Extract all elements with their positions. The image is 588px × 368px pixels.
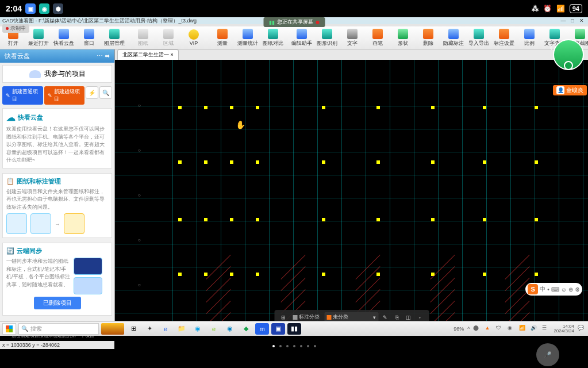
panel-header: 快看云盘 ⋯ ⬌ bbox=[0, 49, 114, 63]
bg-app-icon[interactable]: ◉ bbox=[39, 3, 49, 14]
share-screen-notice[interactable]: ▮▮ 您正在共享屏幕 bbox=[263, 17, 325, 27]
android-nav-bar bbox=[0, 351, 588, 368]
browser-icon[interactable]: ◉ bbox=[223, 323, 237, 335]
tool-region[interactable]: 区域 bbox=[157, 28, 179, 48]
ie-icon[interactable]: e bbox=[159, 323, 172, 335]
bg-app-icon[interactable]: ⬢ bbox=[53, 3, 63, 14]
coordinates-readout: x = 1030336 y = -284062 bbox=[0, 341, 114, 349]
search-button[interactable]: 🔍 bbox=[99, 86, 112, 99]
new-super-project-button[interactable]: ✎ 新建超级项目 bbox=[44, 86, 85, 105]
cloud-section-title: ☁ 快看云盘 bbox=[6, 112, 108, 123]
tool-measure[interactable]: 测量 bbox=[212, 28, 233, 48]
bluetooth-icon: ⁂ bbox=[532, 5, 539, 13]
panel-menu-icon[interactable]: ⋯ ⬌ bbox=[97, 52, 110, 60]
status-time: 2:04 bbox=[6, 4, 22, 13]
notifications-icon[interactable]: 💬 bbox=[578, 325, 586, 333]
recording-badge: 录制中 bbox=[2, 24, 29, 33]
tool-edit-helper[interactable]: 编辑助手 bbox=[291, 28, 313, 48]
tray-up-icon[interactable]: ^ bbox=[467, 326, 470, 332]
windows-taskbar: 🔍 搜索 ⊞ ✦ e 📁 ◉ e ◉ ◆ m ▣ ▮▮ 96% ^ ⬤ ▲ 🛡 … bbox=[0, 321, 588, 336]
tool-vip[interactable]: VIP bbox=[183, 28, 205, 48]
document-tab[interactable]: 北区第二学生生活一 × bbox=[117, 49, 179, 60]
task-view-icon[interactable]: ⊞ bbox=[126, 323, 140, 335]
manage-section-title: 📋图纸和标注管理 bbox=[6, 177, 108, 186]
participant-name-badge[interactable]: 👤 金峻炎 bbox=[553, 85, 587, 95]
stop-share-icon[interactable] bbox=[316, 21, 319, 24]
tool-hide-annot[interactable]: 隐藏标注 bbox=[443, 28, 464, 48]
tool-scale[interactable]: 比例 bbox=[518, 28, 540, 48]
tray-icon[interactable]: ▲ bbox=[485, 325, 493, 333]
tool-text[interactable]: 文字 bbox=[341, 28, 363, 48]
drawing-viewport[interactable]: 北区第二学生生活一 × ○○○○○○✋ ⊞ 标注分类 未分类▾ ✎ ⎘ ◫ ▫ … bbox=[115, 49, 588, 336]
person-icon: 👤 bbox=[556, 86, 564, 94]
tool-compare[interactable]: 图纸对比 bbox=[262, 28, 284, 48]
tray-icon[interactable]: ☰ bbox=[542, 325, 550, 333]
input-method-badge[interactable]: S 中•⌨☺⊕⚙ bbox=[525, 283, 582, 296]
app-icon[interactable]: m bbox=[255, 323, 269, 335]
tool-shapes[interactable]: 形状 bbox=[392, 28, 414, 48]
manage-section-text: 创建云端项目和文件夹来管理图纸和标注，再也无需担心由于电脑损坏、文件误删等导致标… bbox=[6, 188, 108, 212]
wifi-icon: 📶 bbox=[556, 5, 565, 13]
tool-shape-recog[interactable]: 图形识别 bbox=[316, 28, 338, 48]
wifi-tray-icon[interactable]: 📶 bbox=[519, 325, 527, 333]
tray-icon[interactable]: 🛡 bbox=[496, 325, 504, 333]
app-icon[interactable]: ▣ bbox=[271, 323, 285, 335]
mic-toggle-button[interactable]: 🎤 bbox=[536, 343, 559, 366]
tool-window[interactable]: 窗口 bbox=[78, 28, 100, 48]
start-button[interactable] bbox=[2, 323, 16, 335]
alarm-icon: ⏰ bbox=[543, 5, 552, 13]
tool-import-export[interactable]: 导入导出 bbox=[468, 28, 490, 48]
edge-icon[interactable]: ◉ bbox=[191, 323, 205, 335]
cloud-icon bbox=[29, 70, 41, 78]
tool-layers[interactable]: 图层管理 bbox=[103, 28, 125, 48]
new-project-button[interactable]: ✎ 新建普通项目 bbox=[2, 86, 43, 105]
document-tabs: 北区第二学生生活一 × bbox=[115, 49, 588, 60]
bg-app-icon[interactable]: ▣ bbox=[25, 3, 36, 14]
minimize-btn[interactable]: — bbox=[559, 18, 567, 24]
sync-section-title: 🔄云端同步 bbox=[6, 247, 108, 255]
collapse-icon[interactable]: ‹ bbox=[550, 44, 552, 52]
battery-pct: 96% bbox=[454, 326, 464, 332]
tray-icon[interactable]: ◉ bbox=[508, 325, 516, 333]
sogou-icon: S bbox=[528, 284, 538, 294]
tool-recent[interactable]: 最近打开 bbox=[28, 28, 49, 48]
close-btn[interactable]: ✕ bbox=[578, 18, 586, 24]
cloud-section-text: 欢迎使用快看云盘！在这里您不仅可以同步图纸和标注到手机、电脑等各个平台，还可以分… bbox=[6, 125, 108, 164]
taskbar-clock[interactable]: 14:04 2024/3/24 bbox=[554, 324, 574, 334]
illustration bbox=[74, 258, 102, 275]
app-icon[interactable]: ◆ bbox=[239, 323, 253, 335]
deleted-projects-button[interactable]: 已删除项目 bbox=[34, 297, 81, 309]
task-app-icon[interactable] bbox=[101, 323, 124, 335]
browser-icon[interactable]: e bbox=[207, 323, 221, 335]
ribbon-toolbar: 打开 最近打开 快看云盘 窗口 图层管理 图纸 区域 VIP 测量 测量统计 图… bbox=[0, 26, 588, 49]
app-icon[interactable]: ▮▮ bbox=[287, 323, 301, 335]
battery-indicator: 94 bbox=[570, 4, 582, 13]
volume-tray-icon[interactable]: 🔊 bbox=[531, 325, 539, 333]
my-projects-row[interactable]: 我参与的项目 bbox=[2, 65, 112, 83]
tool-measure-stats[interactable]: 测量统计 bbox=[237, 28, 259, 48]
cloud-panel: 快看云盘 ⋯ ⬌ 我参与的项目 ✎ 新建普通项目 ✎ 新建超级项目 ⚡ 🔍 ☁ … bbox=[0, 49, 115, 336]
tool-drawing[interactable]: 图纸 bbox=[132, 28, 154, 48]
participant-avatar[interactable] bbox=[553, 39, 584, 70]
window-title: CAD快速看图 - F:\新媒体\活动中心\北区第二学生生活活动用房-结构（整理… bbox=[2, 17, 197, 25]
android-status-bar: 2:04 ▣ ◉ ⬢ ⁂ ⏰ 📶 94 bbox=[0, 0, 588, 17]
taskbar-search[interactable]: 🔍 搜索 bbox=[18, 323, 99, 335]
cad-canvas[interactable]: ○○○○○○✋ bbox=[115, 60, 588, 336]
mic-active-icon bbox=[564, 61, 573, 70]
page-dots[interactable] bbox=[272, 345, 316, 347]
illustration bbox=[74, 277, 102, 294]
tool-cloud[interactable]: 快看云盘 bbox=[53, 28, 75, 48]
tool-delete[interactable]: 删除 bbox=[417, 28, 439, 48]
tool-annot-settings[interactable]: 标注设置 bbox=[493, 28, 515, 48]
folder-icon[interactable]: 📁 bbox=[175, 323, 189, 335]
participant-avatar-group: ‹ 👤 金峻炎 bbox=[553, 39, 587, 95]
sync-section-text: 一键同步本地和云端的图纸和标注，台式机/笔记本/手机/平板，各个平台图纸标注共享… bbox=[6, 258, 70, 294]
share-icon: ▮▮ bbox=[269, 20, 275, 25]
illustration bbox=[6, 213, 27, 234]
refresh-button[interactable]: ⚡ bbox=[86, 86, 98, 99]
task-app-icon[interactable]: ✦ bbox=[143, 323, 156, 335]
maximize-btn[interactable]: □ bbox=[568, 18, 577, 24]
tray-icon[interactable]: ⬤ bbox=[473, 325, 481, 333]
illustration bbox=[64, 213, 84, 234]
tool-brush[interactable]: 画笔 bbox=[367, 28, 389, 48]
